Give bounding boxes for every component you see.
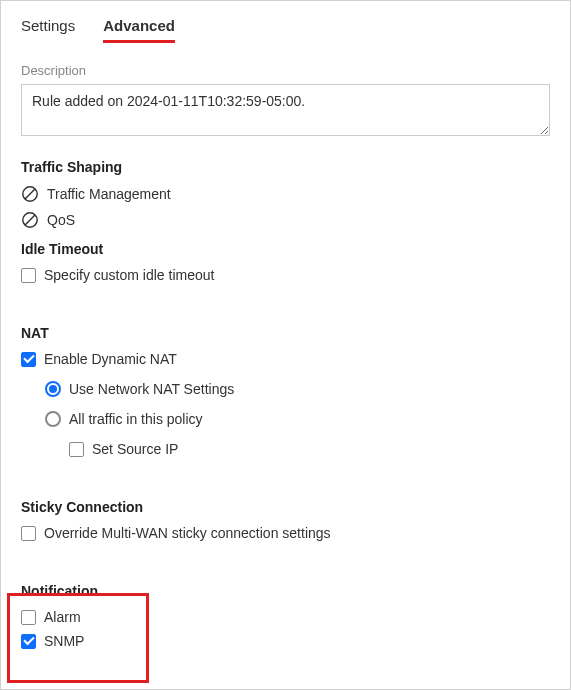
snmp-label: SNMP	[44, 633, 84, 649]
alarm-row[interactable]: Alarm	[21, 609, 550, 625]
alarm-checkbox[interactable]	[21, 610, 36, 625]
specify-idle-label: Specify custom idle timeout	[44, 267, 214, 283]
set-source-ip-checkbox[interactable]	[69, 442, 84, 457]
set-source-ip-row[interactable]: Set Source IP	[69, 441, 550, 457]
notification-heading: Notification	[21, 583, 550, 599]
enable-dynamic-nat-checkbox[interactable]	[21, 352, 36, 367]
snmp-row[interactable]: SNMP	[21, 633, 550, 649]
tab-advanced[interactable]: Advanced	[103, 17, 175, 43]
override-sticky-row[interactable]: Override Multi-WAN sticky connection set…	[21, 525, 550, 541]
description-textarea[interactable]	[21, 84, 550, 136]
svg-line-1	[25, 189, 35, 199]
all-traffic-label: All traffic in this policy	[69, 411, 203, 427]
enable-dynamic-nat-label: Enable Dynamic NAT	[44, 351, 177, 367]
specify-idle-checkbox[interactable]	[21, 268, 36, 283]
traffic-management-row[interactable]: Traffic Management	[21, 185, 550, 203]
snmp-checkbox[interactable]	[21, 634, 36, 649]
description-label: Description	[21, 63, 550, 78]
tab-bar: Settings Advanced	[21, 1, 550, 43]
override-sticky-label: Override Multi-WAN sticky connection set…	[44, 525, 331, 541]
traffic-management-label: Traffic Management	[47, 186, 171, 202]
all-traffic-radio[interactable]	[45, 411, 61, 427]
use-network-nat-label: Use Network NAT Settings	[69, 381, 234, 397]
use-network-nat-radio[interactable]	[45, 381, 61, 397]
qos-label: QoS	[47, 212, 75, 228]
alarm-label: Alarm	[44, 609, 81, 625]
tab-settings[interactable]: Settings	[21, 17, 75, 43]
all-traffic-row[interactable]: All traffic in this policy	[45, 411, 550, 427]
enable-dynamic-nat-row[interactable]: Enable Dynamic NAT	[21, 351, 550, 367]
prohibit-icon	[21, 211, 39, 229]
set-source-ip-label: Set Source IP	[92, 441, 178, 457]
idle-timeout-heading: Idle Timeout	[21, 241, 550, 257]
svg-line-3	[25, 215, 35, 225]
nat-heading: NAT	[21, 325, 550, 341]
prohibit-icon	[21, 185, 39, 203]
use-network-nat-row[interactable]: Use Network NAT Settings	[45, 381, 550, 397]
sticky-connection-heading: Sticky Connection	[21, 499, 550, 515]
qos-row[interactable]: QoS	[21, 211, 550, 229]
override-sticky-checkbox[interactable]	[21, 526, 36, 541]
idle-timeout-row[interactable]: Specify custom idle timeout	[21, 267, 550, 283]
traffic-shaping-heading: Traffic Shaping	[21, 159, 550, 175]
